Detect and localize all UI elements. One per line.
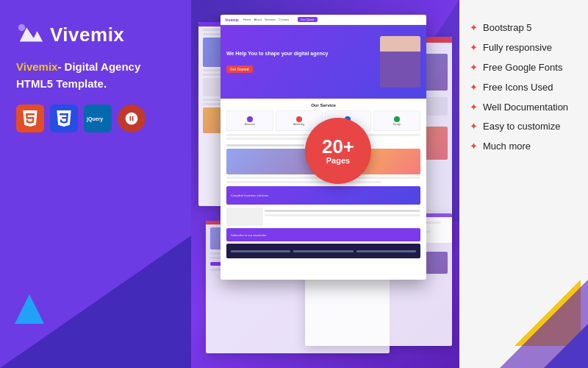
feature-label-4: Free Icons Used [483,82,553,94]
feature-label-5: Well Documentation [483,102,568,114]
mockup-card-4: Design [373,110,420,131]
right-panel: ✦ Bootstrap 5 ✦ Fully responsive ✦ Free … [459,0,588,368]
feature-item-7: ✦ Much more [470,141,578,153]
person-silhouette [380,36,420,88]
tagline-block: Vivemix- Digital Agency HTML5 Template. [16,59,175,105]
pages-badge: 20+ Pages [305,118,371,184]
mockup-service-title: Our Service [226,103,420,107]
center-panel: Vivemix Home About Services Contact Get … [191,0,459,368]
mockup-hero-text: We Help You to shape your digital agency… [226,50,380,74]
extra-badge [118,105,146,132]
features-list: ✦ Bootstrap 5 ✦ Fully responsive ✦ Free … [470,22,578,160]
tech-badges: jQuery [16,105,175,132]
shape-purple-corner [500,280,588,368]
jquery-badge: jQuery [84,105,112,132]
feature-item-2: ✦ Fully responsive [470,42,578,54]
check-icon-7: ✦ [470,141,478,153]
tagline-desc: - Digital Agency [57,60,140,73]
mockup-nav-btn: Get Quote [298,17,317,22]
pages-label: Pages [326,156,350,165]
html-badge [16,105,44,132]
svg-text:jQuery: jQuery [87,116,103,122]
feature-item-3: ✦ Free Google Fonts [470,62,578,74]
logo-text: Vivemix [50,24,124,46]
main-container: Vivemix Vivemix- Digital Agency HTML5 Te… [0,0,588,368]
mockup-nav-items: Home About Services Contact [243,18,289,21]
mockup-hero-btn: Get Started [226,66,253,73]
logo-area: Vivemix [16,21,175,49]
feature-label-2: Fully responsive [483,42,552,54]
check-icon-6: ✦ [470,121,478,133]
mockup-hero-image [380,36,420,88]
feature-item-6: ✦ Easy to customize [470,121,578,133]
check-icon-2: ✦ [470,42,478,54]
feature-item-1: ✦ Bootstrap 5 [470,22,578,35]
pages-number: 20+ [322,137,354,156]
feature-label-1: Bootstrap 5 [483,22,532,35]
mockup-hero: We Help You to shape your digital agency… [220,25,426,99]
check-icon-1: ✦ [470,22,478,35]
feature-item-4: ✦ Free Icons Used [470,82,578,94]
tagline-line2: HTML5 Template. [16,76,175,91]
svg-point-0 [18,24,25,32]
check-icon-5: ✦ [470,102,478,114]
feature-label-7: Much more [483,141,531,153]
preview-wrapper: Vivemix Home About Services Contact Get … [198,15,452,353]
check-icon-3: ✦ [470,62,478,74]
tagline-brand: Vivemix [16,60,57,73]
check-icon-4: ✦ [470,82,478,94]
feature-label-3: Free Google Fonts [483,62,562,74]
css-badge [50,105,78,132]
mockup-nav: Vivemix Home About Services Contact Get … [220,15,426,25]
mockup-nav-logo: Vivemix [225,18,239,22]
feature-item-5: ✦ Well Documentation [470,102,578,114]
feature-label-6: Easy to customize [483,121,561,133]
logo-icon [16,21,44,49]
left-panel: Vivemix Vivemix- Digital Agency HTML5 Te… [0,0,191,368]
mockup-card-1: Business [226,110,273,131]
tagline-highlight: Vivemix- Digital Agency [16,59,175,74]
mockup-hero-title: We Help You to shape your digital agency [226,50,380,57]
